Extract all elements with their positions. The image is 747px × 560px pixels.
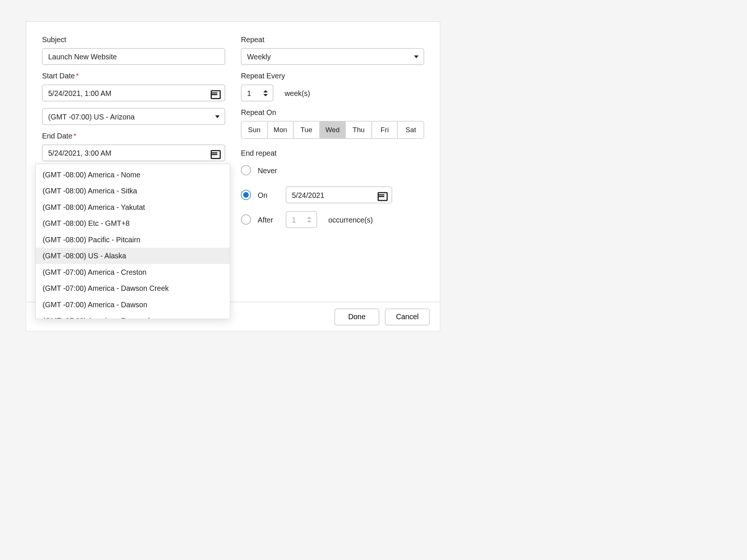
required-asterisk: *: [74, 132, 77, 140]
day-thu[interactable]: Thu: [346, 122, 372, 139]
day-sun[interactable]: Sun: [242, 122, 268, 139]
radio-after[interactable]: [241, 215, 251, 225]
timezone-option[interactable]: (GMT -08:00) US - Alaska: [36, 248, 230, 264]
end-date-label: End Date*: [42, 132, 226, 140]
done-button[interactable]: Done: [335, 308, 379, 325]
end-date-input[interactable]: 5/24/2021, 3:00 AM: [42, 144, 226, 161]
repeat-select[interactable]: Weekly: [241, 48, 424, 65]
timezone-option[interactable]: (GMT -07:00) America - Ensenada: [36, 312, 230, 319]
end-on-date-input[interactable]: 5/24/2021: [286, 187, 392, 203]
end-repeat-label: End repeat: [241, 149, 424, 158]
spin-up-icon[interactable]: [307, 217, 311, 219]
repeat-every-stepper[interactable]: 1: [241, 85, 273, 102]
repeat-label: Repeat: [241, 35, 424, 44]
timezone-option[interactable]: (GMT -08:00) America - Yakutat: [36, 199, 230, 215]
chevron-down-icon: [215, 115, 220, 118]
day-selector: SunMonTueWedThuFriSat: [241, 121, 424, 139]
day-sat[interactable]: Sat: [398, 122, 424, 139]
day-fri[interactable]: Fri: [372, 122, 398, 139]
repeat-every-value: 1: [247, 89, 251, 97]
after-count-value: 1: [292, 215, 296, 224]
timezone-option[interactable]: (GMT -07:00) America - Dawson: [36, 296, 230, 313]
spin-down-icon[interactable]: [307, 220, 311, 223]
radio-never-label: Never: [258, 166, 279, 175]
start-timezone-value: (GMT -07:00) US - Arizona: [48, 112, 135, 121]
right-column: Repeat Weekly Repeat Every 1: [241, 35, 424, 243]
after-count-stepper[interactable]: 1: [286, 211, 317, 228]
end-on-date-value: 5/24/2021: [292, 191, 325, 199]
timezone-option[interactable]: (GMT -08:00) Pacific - Pitcairn: [36, 231, 230, 248]
start-date-input[interactable]: 5/24/2021, 1:00 AM: [42, 85, 226, 102]
spin-up-icon[interactable]: [263, 90, 268, 92]
dropdown-button[interactable]: [409, 49, 424, 65]
timezone-option[interactable]: (GMT -07:00) America - Creston: [36, 264, 230, 280]
start-date-label: Start Date*: [42, 72, 226, 80]
calendar-icon: [210, 149, 219, 158]
repeat-every-label: Repeat Every: [241, 72, 424, 80]
radio-never[interactable]: [241, 165, 251, 175]
spin-down-icon[interactable]: [263, 94, 268, 96]
radio-after-label: After: [258, 215, 279, 224]
repeat-value: Weekly: [247, 52, 271, 61]
cancel-button[interactable]: Cancel: [385, 308, 430, 325]
timezone-option[interactable]: (GMT -08:00) Etc - GMT+8: [36, 215, 230, 231]
subject-label: Subject: [42, 35, 226, 44]
required-asterisk: *: [76, 72, 79, 80]
dropdown-button[interactable]: [210, 109, 225, 124]
timezone-option-list[interactable]: (GMT -08:00) America - Nome(GMT -08:00) …: [36, 164, 230, 319]
subject-value: Launch New Website: [48, 52, 117, 61]
occurrences-label: occurrence(s): [328, 215, 373, 224]
calendar-icon: [210, 88, 219, 97]
subject-input[interactable]: Launch New Website: [42, 48, 226, 65]
day-wed[interactable]: Wed: [320, 122, 346, 139]
timezone-option[interactable]: (GMT -08:00) America - Nome: [36, 167, 230, 183]
repeat-on-label: Repeat On: [241, 108, 424, 117]
timezone-option[interactable]: (GMT -08:00) America - Sitka: [36, 183, 230, 199]
repeat-every-suffix: week(s): [285, 89, 310, 97]
day-mon[interactable]: Mon: [267, 122, 294, 139]
radio-on[interactable]: [241, 190, 251, 200]
chevron-down-icon: [414, 55, 419, 58]
timezone-option[interactable]: (GMT -07:00) America - Dawson Creek: [36, 280, 230, 296]
calendar-icon: [377, 190, 386, 199]
end-date-value: 5/24/2021, 3:00 AM: [48, 149, 111, 157]
radio-on-label: On: [258, 191, 279, 199]
start-timezone-select[interactable]: (GMT -07:00) US - Arizona: [42, 108, 226, 125]
timezone-dropdown-popup: (GMT -08:00) America - Nome(GMT -08:00) …: [35, 164, 230, 319]
day-tue[interactable]: Tue: [294, 122, 320, 139]
start-date-value: 5/24/2021, 1:00 AM: [48, 89, 111, 97]
